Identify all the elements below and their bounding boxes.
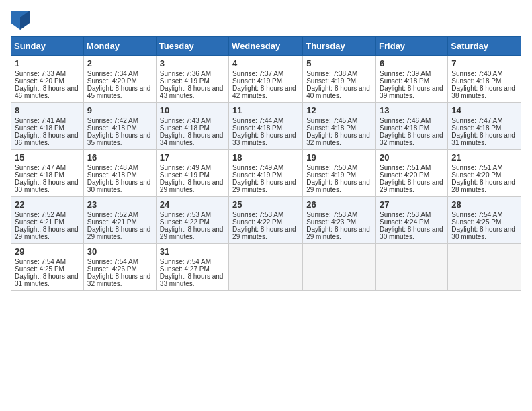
day-number: 23 — [87, 199, 152, 210]
sunset-text: Sunset: 4:19 PM — [306, 77, 356, 85]
calendar-day-cell: 8Sunrise: 7:41 AMSunset: 4:18 PMDaylight… — [11, 103, 84, 150]
calendar-day-cell: 19Sunrise: 7:50 AMSunset: 4:19 PMDayligh… — [303, 150, 376, 197]
sunrise-text: Sunrise: 7:53 AM — [306, 211, 357, 218]
sunrise-text: Sunrise: 7:52 AM — [87, 211, 138, 218]
sunset-text: Sunset: 4:19 PM — [232, 171, 282, 179]
calendar-day-cell: 3Sunrise: 7:36 AMSunset: 4:19 PMDaylight… — [156, 56, 228, 103]
calendar-day-cell: 11Sunrise: 7:44 AMSunset: 4:18 PMDayligh… — [229, 103, 303, 150]
sunset-text: Sunset: 4:22 PM — [232, 218, 282, 226]
daylight-text: Daylight: 8 hours and 29 minutes. — [306, 226, 370, 240]
sunset-text: Sunset: 4:18 PM — [160, 124, 210, 132]
calendar-day-cell: 14Sunrise: 7:47 AMSunset: 4:18 PMDayligh… — [448, 103, 521, 150]
sunset-text: Sunset: 4:21 PM — [87, 218, 137, 226]
sunrise-text: Sunrise: 7:49 AM — [232, 164, 283, 171]
day-number: 10 — [160, 105, 225, 116]
sunrise-text: Sunrise: 7:33 AM — [15, 70, 66, 77]
sunset-text: Sunset: 4:19 PM — [232, 77, 282, 85]
sunset-text: Sunset: 4:18 PM — [15, 171, 64, 179]
sunset-text: Sunset: 4:22 PM — [160, 218, 210, 226]
calendar-week-row: 1Sunrise: 7:33 AMSunset: 4:20 PMDaylight… — [11, 56, 521, 103]
sunrise-text: Sunrise: 7:45 AM — [306, 117, 357, 124]
daylight-text: Daylight: 8 hours and 29 minutes. — [380, 179, 443, 193]
calendar-day-header: Friday — [376, 37, 448, 56]
sunrise-text: Sunrise: 7:36 AM — [160, 70, 211, 77]
sunset-text: Sunset: 4:21 PM — [15, 218, 64, 226]
sunset-text: Sunset: 4:26 PM — [87, 265, 137, 273]
day-number: 19 — [306, 152, 372, 163]
calendar-day-cell: 16Sunrise: 7:48 AMSunset: 4:18 PMDayligh… — [83, 150, 156, 197]
calendar-table: SundayMondayTuesdayWednesdayThursdayFrid… — [11, 36, 521, 291]
calendar-day-header: Thursday — [303, 37, 376, 56]
sunrise-text: Sunrise: 7:51 AM — [451, 164, 502, 171]
sunset-text: Sunset: 4:18 PM — [87, 171, 137, 179]
sunset-text: Sunset: 4:19 PM — [160, 171, 210, 179]
sunset-text: Sunset: 4:25 PM — [15, 265, 64, 273]
sunset-text: Sunset: 4:18 PM — [380, 77, 429, 85]
calendar-day-cell — [448, 244, 521, 291]
calendar-week-row: 22Sunrise: 7:52 AMSunset: 4:21 PMDayligh… — [11, 197, 521, 244]
calendar-day-cell: 6Sunrise: 7:39 AMSunset: 4:18 PMDaylight… — [376, 56, 448, 103]
sunrise-text: Sunrise: 7:53 AM — [160, 211, 211, 218]
calendar-week-row: 29Sunrise: 7:54 AMSunset: 4:25 PMDayligh… — [11, 244, 521, 291]
day-number: 18 — [232, 152, 299, 163]
day-number: 29 — [15, 246, 80, 257]
calendar-day-cell: 1Sunrise: 7:33 AMSunset: 4:20 PMDaylight… — [11, 56, 84, 103]
sunrise-text: Sunrise: 7:48 AM — [87, 164, 138, 171]
daylight-text: Daylight: 8 hours and 30 minutes. — [380, 226, 443, 240]
sunrise-text: Sunrise: 7:51 AM — [380, 164, 431, 171]
calendar-day-cell: 24Sunrise: 7:53 AMSunset: 4:22 PMDayligh… — [156, 197, 228, 244]
calendar-day-cell — [303, 244, 376, 291]
calendar-day-cell: 15Sunrise: 7:47 AMSunset: 4:18 PMDayligh… — [11, 150, 84, 197]
daylight-text: Daylight: 8 hours and 46 minutes. — [15, 85, 79, 99]
daylight-text: Daylight: 8 hours and 45 minutes. — [87, 85, 151, 99]
daylight-text: Daylight: 8 hours and 32 minutes. — [87, 273, 151, 287]
day-number: 8 — [15, 105, 80, 116]
sunrise-text: Sunrise: 7:49 AM — [160, 164, 211, 171]
daylight-text: Daylight: 8 hours and 33 minutes. — [232, 132, 296, 146]
daylight-text: Daylight: 8 hours and 35 minutes. — [87, 132, 151, 146]
sunrise-text: Sunrise: 7:47 AM — [451, 117, 502, 124]
day-number: 16 — [87, 152, 152, 163]
calendar-day-cell: 30Sunrise: 7:54 AMSunset: 4:26 PMDayligh… — [83, 244, 156, 291]
daylight-text: Daylight: 8 hours and 31 minutes. — [451, 132, 515, 146]
daylight-text: Daylight: 8 hours and 29 minutes. — [15, 226, 79, 240]
sunrise-text: Sunrise: 7:46 AM — [380, 117, 431, 124]
day-number: 24 — [160, 199, 225, 210]
sunset-text: Sunset: 4:19 PM — [160, 77, 210, 85]
sunrise-text: Sunrise: 7:43 AM — [160, 117, 211, 124]
sunset-text: Sunset: 4:18 PM — [232, 124, 282, 132]
calendar-day-cell: 28Sunrise: 7:54 AMSunset: 4:25 PMDayligh… — [448, 197, 521, 244]
day-number: 11 — [232, 105, 299, 116]
calendar-day-cell: 5Sunrise: 7:38 AMSunset: 4:19 PMDaylight… — [303, 56, 376, 103]
calendar-day-cell: 13Sunrise: 7:46 AMSunset: 4:18 PMDayligh… — [376, 103, 448, 150]
sunrise-text: Sunrise: 7:53 AM — [380, 211, 431, 218]
sunset-text: Sunset: 4:18 PM — [15, 124, 64, 132]
daylight-text: Daylight: 8 hours and 29 minutes. — [232, 179, 296, 193]
sunrise-text: Sunrise: 7:54 AM — [160, 258, 211, 265]
calendar-day-header: Sunday — [11, 37, 84, 56]
daylight-text: Daylight: 8 hours and 32 minutes. — [306, 132, 370, 146]
daylight-text: Daylight: 8 hours and 43 minutes. — [160, 85, 224, 99]
daylight-text: Daylight: 8 hours and 29 minutes. — [232, 226, 296, 240]
sunrise-text: Sunrise: 7:50 AM — [306, 164, 357, 171]
daylight-text: Daylight: 8 hours and 32 minutes. — [380, 132, 443, 146]
sunset-text: Sunset: 4:19 PM — [306, 171, 356, 179]
sunset-text: Sunset: 4:18 PM — [451, 77, 501, 85]
day-number: 30 — [87, 246, 152, 257]
sunrise-text: Sunrise: 7:41 AM — [15, 117, 66, 124]
calendar-day-cell — [229, 244, 303, 291]
sunset-text: Sunset: 4:20 PM — [15, 77, 64, 85]
daylight-text: Daylight: 8 hours and 42 minutes. — [232, 85, 296, 99]
sunrise-text: Sunrise: 7:54 AM — [451, 211, 502, 218]
calendar-day-cell: 26Sunrise: 7:53 AMSunset: 4:23 PMDayligh… — [303, 197, 376, 244]
calendar-day-header: Monday — [83, 37, 156, 56]
calendar-day-cell — [376, 244, 448, 291]
calendar-day-header: Wednesday — [229, 37, 303, 56]
calendar-day-cell: 23Sunrise: 7:52 AMSunset: 4:21 PMDayligh… — [83, 197, 156, 244]
calendar-week-row: 8Sunrise: 7:41 AMSunset: 4:18 PMDaylight… — [11, 103, 521, 150]
daylight-text: Daylight: 8 hours and 34 minutes. — [160, 132, 224, 146]
sunrise-text: Sunrise: 7:39 AM — [380, 70, 431, 77]
sunset-text: Sunset: 4:23 PM — [306, 218, 356, 226]
calendar-day-cell: 4Sunrise: 7:37 AMSunset: 4:19 PMDaylight… — [229, 56, 303, 103]
daylight-text: Daylight: 8 hours and 39 minutes. — [380, 85, 443, 99]
